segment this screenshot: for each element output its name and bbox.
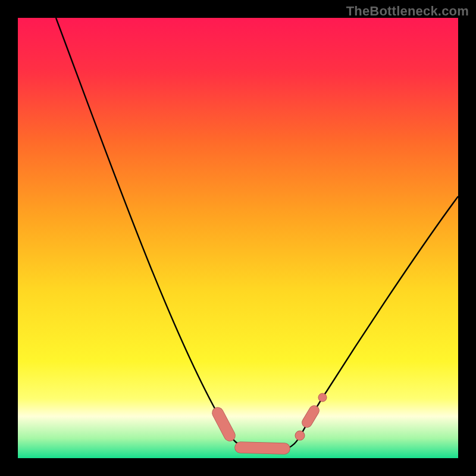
chart-svg [18, 18, 458, 458]
gradient-background [18, 18, 458, 458]
svg-line-6 [307, 411, 314, 422]
svg-line-3 [240, 447, 284, 449]
plot-area [18, 18, 458, 458]
chart-frame: TheBottleneck.com [0, 0, 476, 476]
watermark-text: TheBottleneck.com [346, 4, 469, 19]
svg-point-7 [318, 393, 327, 402]
svg-point-4 [295, 431, 305, 440]
